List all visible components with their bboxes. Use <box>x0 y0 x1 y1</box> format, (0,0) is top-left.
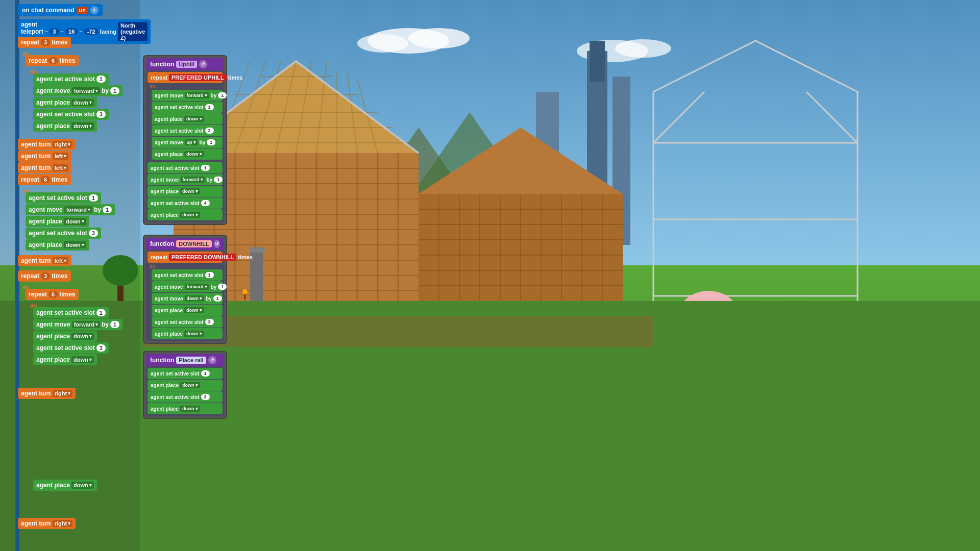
repeat-6-block-1[interactable]: repeat 6 times <box>26 55 79 66</box>
uphill-blocks: agent move forward by 1 agent set active… <box>152 90 223 160</box>
agent-turn-left-block-2[interactable]: agent turn left <box>18 162 71 173</box>
function-uphill-icon[interactable]: ↺ <box>199 60 207 68</box>
svg-rect-10 <box>590 41 605 82</box>
agent-place-down-block-1[interactable]: agent place down <box>33 97 97 108</box>
uphill-place-down-3[interactable]: agent place down <box>148 186 223 197</box>
agent-move-forward-block[interactable]: agent move forward by 1 <box>33 85 122 96</box>
function-label-2: function <box>150 240 174 247</box>
agent-place-down-block-bottom[interactable]: agent place down <box>33 480 97 491</box>
svg-rect-70 <box>250 247 265 253</box>
agent-set-slot-1-block[interactable]: agent set active slot 1 <box>33 73 109 85</box>
downhill-set-slot-3[interactable]: agent set active slot 3 <box>152 316 223 328</box>
agent-set-slot-1-block-2[interactable]: agent set active slot 1 <box>26 192 101 204</box>
downhill-move-down[interactable]: agent move down by 1 <box>152 293 223 304</box>
placerail-set-slot-3[interactable]: agent set active slot 3 <box>148 391 223 403</box>
uphill-place-down-2[interactable]: agent place down <box>152 148 223 160</box>
teleport-facing[interactable]: North (negative Z) <box>118 22 148 41</box>
function-placerail-header[interactable]: function Place rail ↺ <box>146 354 224 366</box>
svg-point-5 <box>615 39 671 58</box>
agent-place-down-block-6[interactable]: agent place down <box>33 354 97 365</box>
agent-move-forward-block-3[interactable]: agent move forward by 1 <box>33 319 122 330</box>
svg-point-3 <box>357 34 408 53</box>
downhill-name-badge: DOWNHILL <box>176 240 211 247</box>
function-downhill-icon[interactable]: ↺ <box>214 240 220 248</box>
function-uphill-panel: function Uphill ↺ repeat PREFERED UPHILL… <box>143 55 227 225</box>
repeat-3-block-2[interactable]: repeat 3 times <box>18 270 71 282</box>
uphill-set-slot-4[interactable]: agent set active slot 4 <box>148 197 223 209</box>
agent-turn-left-block-3[interactable]: agent turn left <box>18 255 71 266</box>
uphill-set-slot-2[interactable]: agent set active slot 2 <box>152 125 223 136</box>
us-badge: us <box>77 7 88 14</box>
repeat-3-block[interactable]: repeat 3 times <box>18 37 71 48</box>
chat-command-block[interactable]: on chat command us + <box>18 4 103 16</box>
function-placerail-panel: function Place rail ↺ agent set active s… <box>143 351 227 419</box>
agent-turn-right-block[interactable]: agent turn right <box>18 139 76 150</box>
uphill-move-up[interactable]: agent move up by 1 <box>152 137 223 148</box>
agent-move-forward-block-2[interactable]: agent move forward by 1 <box>26 204 115 215</box>
function-uphill-header[interactable]: function Uphill ↺ <box>146 58 224 70</box>
downhill-inner: repeat PREFERED DOWNHILL times do agent … <box>146 250 224 341</box>
agent-place-down-block-3[interactable]: agent place down <box>26 216 89 227</box>
downhill-do-label: do <box>148 263 223 269</box>
uphill-do-label: do <box>148 84 223 89</box>
chat-command-container: on chat command us + <box>18 4 103 16</box>
uphill-place-down-1[interactable]: agent place down <box>152 113 223 124</box>
function-downhill-panel: function DOWNHILL ↺ repeat PREFERED DOWN… <box>143 235 227 344</box>
teleport-y[interactable]: 16 <box>65 28 78 35</box>
downhill-place-down-1[interactable]: agent place down <box>152 305 223 316</box>
teleport-x[interactable]: 3 <box>50 28 59 35</box>
agent-turn-left-block-1[interactable]: agent turn left <box>18 151 71 162</box>
uphill-place-down-4[interactable]: agent place down <box>148 209 223 220</box>
uphill-move-forward-2[interactable]: agent move forward by 1 <box>148 174 223 185</box>
agent-set-slot-3-block-1[interactable]: agent set active slot 3 <box>33 109 109 120</box>
uphill-set-slot-1b[interactable]: agent set active slot 1 <box>148 162 223 173</box>
svg-point-94 <box>242 289 248 294</box>
function-downhill-header[interactable]: function DOWNHILL ↺ <box>146 238 224 250</box>
uphill-name-badge: Uphill <box>176 61 197 68</box>
svg-point-2 <box>408 28 470 48</box>
add-chat-command-button[interactable]: + <box>90 6 99 14</box>
on-label: on chat command <box>22 7 75 14</box>
uphill-blocks-2: agent set active slot 1 agent move forwa… <box>148 162 223 220</box>
agent-set-slot-3-block-2[interactable]: agent set active slot 3 <box>26 228 101 239</box>
agent-turn-right-bottom[interactable]: agent turn right <box>18 518 76 529</box>
agent-set-slot-3-block-3[interactable]: agent set active slot 3 <box>33 342 109 354</box>
downhill-blocks: agent set active slot 1 agent move forwa… <box>152 269 223 339</box>
repeat-6-block-2[interactable]: repeat 6 times <box>18 174 71 185</box>
agent-place-down-block-2[interactable]: agent place down <box>33 120 97 132</box>
downhill-move-forward[interactable]: agent move forward by 1 <box>152 281 223 292</box>
teleport-z[interactable]: -72 <box>84 28 99 35</box>
agent-place-down-block-5[interactable]: agent place down <box>33 331 97 342</box>
downhill-set-slot-1[interactable]: agent set active slot 1 <box>152 269 223 281</box>
function-label: function <box>150 61 174 68</box>
placerail-name-badge: Place rail <box>176 357 206 364</box>
uphill-move-forward[interactable]: agent move forward by 1 <box>152 90 223 101</box>
downhill-repeat-block[interactable]: repeat PREFERED DOWNHILL times <box>148 252 223 263</box>
placerail-inner: agent set active slot 1 agent place down… <box>146 366 224 416</box>
agent-turn-right-block-2[interactable]: agent turn right <box>18 388 76 399</box>
placerail-place-down-1[interactable]: agent place down <box>148 380 223 391</box>
code-panel: on chat command us + agent teleport to ~… <box>0 0 140 551</box>
function-placerail-icon[interactable]: ↺ <box>208 356 216 364</box>
uphill-inner: repeat PREFERED UPHILL times do agent mo… <box>146 70 224 222</box>
uphill-repeat-block[interactable]: repeat PREFERED UPHILL times <box>148 72 223 83</box>
uphill-set-slot-1[interactable]: agent set active slot 1 <box>152 102 223 113</box>
function-label-3: function <box>150 357 174 364</box>
agent-set-slot-1-block-3[interactable]: agent set active slot 1 <box>33 307 109 318</box>
placerail-blocks: agent set active slot 1 agent place down… <box>148 368 223 414</box>
downhill-place-down-2[interactable]: agent place down <box>152 328 223 339</box>
placerail-set-slot-1[interactable]: agent set active slot 1 <box>148 368 223 379</box>
placerail-place-down-2[interactable]: agent place down <box>148 403 223 414</box>
repeat-6-block-3[interactable]: repeat 6 times <box>26 289 79 300</box>
agent-place-down-block-4[interactable]: agent place down <box>26 239 89 251</box>
